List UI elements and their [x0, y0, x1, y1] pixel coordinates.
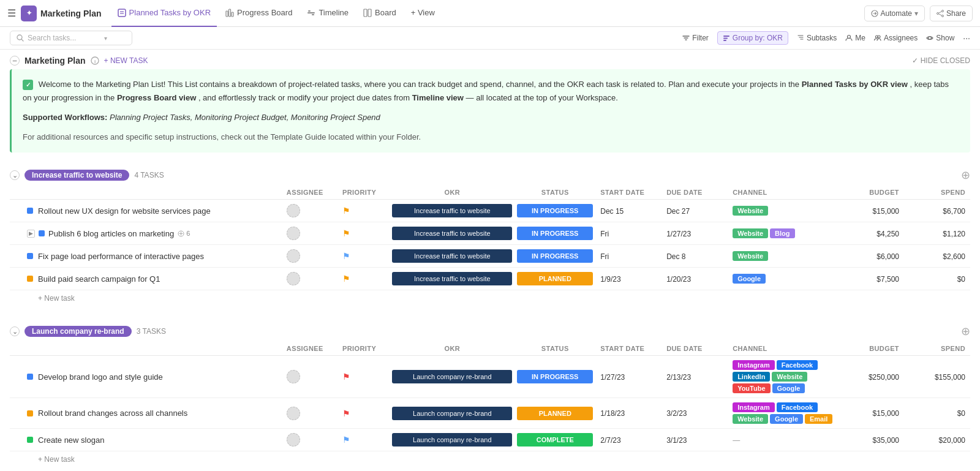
task-row: ▶ Publish 6 blog articles on marketing 6… [10, 222, 970, 245]
avatar [287, 272, 300, 285]
subtask-toggle-icon[interactable]: ▶ [27, 230, 35, 238]
show-button[interactable]: Show [926, 34, 954, 42]
group-add-icon-2[interactable]: ⊕ [961, 325, 970, 338]
status-badge: PLANNED [517, 407, 593, 420]
budget: $4,250 [876, 230, 899, 238]
share-button[interactable]: Share [930, 6, 973, 21]
tab-view[interactable]: + View [405, 0, 441, 27]
toolbar: Search tasks... ▾ Filter Group by: OKR S… [0, 27, 980, 50]
start-date: 1/18/23 [600, 409, 625, 418]
marketing-plan-collapse-icon[interactable]: – [10, 56, 20, 66]
group-add-icon-1[interactable]: ⊕ [961, 168, 970, 182]
task-name[interactable]: Fix page load performance of interactive… [38, 252, 204, 261]
col-channel-1: CHANNEL [728, 186, 838, 200]
task-name[interactable]: Develop brand logo and style guide [38, 372, 163, 382]
group-collapse-icon-1[interactable]: ⌄ [10, 170, 20, 180]
search-box[interactable]: Search tasks... ▾ [10, 31, 132, 45]
hide-closed-button[interactable]: ✓ HIDE CLOSED [912, 56, 970, 65]
task-dot-blue [27, 208, 33, 214]
start-date: 1/27/23 [600, 373, 625, 382]
priority-flag-high: ⚑ [342, 409, 350, 418]
subtasks-button[interactable]: Subtasks [797, 34, 837, 42]
group-by-button[interactable]: Group by: OKR [717, 31, 788, 45]
svg-rect-10 [368, 9, 371, 17]
automate-button[interactable]: Automate ▾ [864, 6, 925, 21]
budget: $250,000 [869, 373, 899, 382]
tab-progress-board-label: Progress Board [237, 8, 292, 17]
tab-timeline-label: Timeline [318, 8, 349, 17]
search-chevron-icon: ▾ [104, 35, 107, 42]
task-name-cell: ▶ Publish 6 blog articles on marketing 6 [27, 229, 277, 238]
task-name-cell: Develop brand logo and style guide [27, 372, 277, 382]
group-collapse-icon-2[interactable]: ⌄ [10, 326, 20, 336]
tab-timeline[interactable]: Timeline [301, 0, 355, 27]
share-icon [937, 10, 944, 17]
app-icon: ✦ [21, 6, 37, 21]
supported-label: Supported Workflows: [23, 113, 107, 122]
new-task-label-2[interactable]: + New task [38, 455, 75, 464]
table-header-2: ASSIGNEE PRIORITY OKR STATUS START DATE … [10, 342, 970, 356]
svg-point-22 [848, 36, 851, 39]
task-dot-green [27, 437, 33, 443]
progress-board-icon [225, 9, 234, 17]
group-by-label: Group by: OKR [733, 34, 783, 42]
col-budget-1: BUDGET [838, 186, 904, 200]
budget: $35,000 [873, 436, 899, 445]
channel-tag-facebook: Facebook [777, 360, 818, 370]
start-date: Fri [600, 230, 609, 238]
col-assignee-2: ASSIGNEE [282, 342, 337, 356]
share-label: Share [946, 9, 966, 18]
show-icon [926, 34, 933, 42]
info-note: For additional resources and specific se… [23, 132, 421, 141]
new-task-label-1[interactable]: + New task [38, 294, 75, 303]
svg-rect-4 [229, 9, 231, 17]
assignees-button[interactable]: Assignees [874, 34, 918, 42]
new-task-button[interactable]: + NEW TASK [104, 56, 148, 65]
channel-tag-google: Google [772, 383, 805, 393]
col-okr-1: OKR [390, 186, 514, 200]
col-start-2: START DATE [595, 342, 662, 356]
okr-cell: Launch company re-brand [392, 407, 512, 420]
info-icon[interactable]: i [91, 56, 99, 65]
info-text3: , and effortlessly track or modify your … [198, 93, 410, 102]
col-spend-1: SPEND [904, 186, 970, 200]
search-icon [17, 34, 24, 42]
tab-progress-board[interactable]: Progress Board [219, 0, 298, 27]
status-badge: IN PROGRESS [517, 204, 593, 217]
assignees-icon [874, 34, 881, 42]
due-date: Dec 8 [666, 252, 685, 261]
tab-planned-tasks-label: Planned Tasks by OKR [129, 8, 211, 17]
group-label-2[interactable]: Launch company re-brand [24, 326, 132, 337]
due-date: 1/27/23 [666, 230, 691, 238]
more-options-button[interactable]: ··· [963, 33, 970, 43]
menu-icon[interactable]: ☰ [7, 7, 16, 19]
tab-board[interactable]: Board [357, 0, 402, 27]
okr-cell: Increase traffic to website [392, 272, 512, 285]
task-name[interactable]: Build paid search campaign for Q1 [38, 274, 160, 284]
tab-planned-tasks[interactable]: Planned Tasks by OKR [111, 0, 217, 27]
automate-icon [871, 10, 878, 17]
tab-board-label: Board [375, 8, 396, 17]
new-task-row-2[interactable]: + New task [10, 451, 970, 467]
me-button[interactable]: Me [845, 34, 865, 42]
new-task-row-1[interactable]: + New task [10, 290, 970, 307]
channel-tag-blog: Blog [770, 228, 794, 238]
task-name[interactable]: Rollout new UX design for website servic… [38, 206, 211, 216]
channel-tag-instagram: Instagram [733, 402, 775, 412]
automate-chevron-icon: ▾ [914, 9, 918, 18]
task-dot-blue [27, 374, 33, 380]
task-name[interactable]: Create new slogan [38, 435, 104, 445]
channel-tags: Website [733, 251, 833, 261]
budget: $7,500 [876, 275, 899, 284]
svg-point-24 [878, 36, 880, 38]
filter-button[interactable]: Filter [682, 34, 709, 42]
task-name[interactable]: Rollout brand changes across all channel… [38, 409, 187, 418]
board-icon [363, 9, 372, 17]
nav-right: Automate ▾ Share [864, 6, 973, 21]
group-label-1[interactable]: Increase traffic to website [24, 170, 129, 181]
channel-tag-email: Email [805, 414, 832, 424]
channel-tag-website: Website [772, 372, 807, 382]
svg-rect-5 [232, 12, 233, 17]
budget: $15,000 [873, 409, 899, 418]
task-name[interactable]: Publish 6 blog articles on marketing [48, 229, 174, 238]
